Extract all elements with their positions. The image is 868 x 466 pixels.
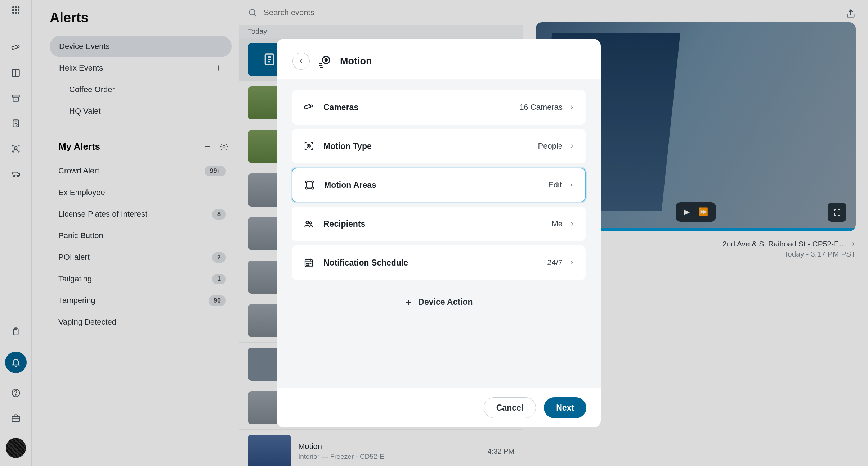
modal-header: Motion bbox=[277, 39, 601, 79]
card-recipients[interactable]: Recipients Me bbox=[292, 207, 586, 241]
card-value: 24/7 bbox=[547, 258, 563, 267]
svg-point-52 bbox=[306, 221, 309, 224]
back-button[interactable] bbox=[292, 53, 310, 70]
card-value: 16 Cameras bbox=[519, 103, 563, 112]
app-root: Alerts Device Events Helix Events Coffee… bbox=[0, 0, 868, 466]
chevron-right-icon bbox=[569, 221, 575, 227]
svg-point-50 bbox=[305, 187, 307, 189]
svg-point-51 bbox=[312, 187, 313, 189]
card-cameras[interactable]: Cameras 16 Cameras bbox=[292, 90, 586, 125]
svg-point-44 bbox=[310, 105, 312, 107]
motion-modal: Motion Cameras 16 Cameras Motion Type Pe… bbox=[277, 39, 601, 427]
modal-title: Motion bbox=[340, 56, 372, 67]
svg-point-60 bbox=[310, 263, 311, 264]
motion-areas-icon bbox=[303, 179, 316, 191]
add-device-action[interactable]: Device Action bbox=[292, 297, 586, 307]
card-value: Me bbox=[551, 219, 563, 229]
chevron-right-icon bbox=[568, 182, 574, 188]
chevron-right-icon bbox=[569, 260, 575, 266]
svg-point-40 bbox=[325, 59, 327, 61]
motion-icon bbox=[318, 54, 332, 68]
card-value: People bbox=[538, 141, 563, 151]
card-motion-type[interactable]: Motion Type People bbox=[292, 129, 586, 163]
modal-footer: Cancel Next bbox=[277, 388, 601, 427]
svg-point-53 bbox=[309, 222, 312, 224]
svg-point-48 bbox=[305, 181, 307, 183]
card-value: Edit bbox=[548, 180, 562, 190]
next-button[interactable]: Next bbox=[544, 397, 586, 418]
svg-point-49 bbox=[312, 181, 313, 183]
chevron-right-icon bbox=[569, 143, 575, 149]
svg-point-61 bbox=[307, 265, 308, 266]
svg-point-62 bbox=[308, 265, 309, 266]
motion-type-icon bbox=[303, 140, 315, 152]
svg-point-59 bbox=[308, 263, 309, 264]
svg-rect-47 bbox=[306, 182, 313, 188]
card-motion-areas[interactable]: Motion Areas Edit bbox=[292, 168, 586, 202]
chevron-right-icon bbox=[569, 104, 575, 110]
cancel-button[interactable]: Cancel bbox=[484, 397, 536, 418]
plus-icon bbox=[404, 298, 413, 307]
modal-body: Cameras 16 Cameras Motion Type People Mo… bbox=[277, 79, 601, 388]
camera-icon bbox=[303, 101, 315, 113]
svg-point-58 bbox=[307, 263, 308, 264]
recipients-icon bbox=[303, 218, 315, 230]
card-schedule[interactable]: Notification Schedule 24/7 bbox=[292, 245, 586, 280]
svg-point-46 bbox=[308, 145, 309, 147]
calendar-icon bbox=[303, 257, 315, 269]
